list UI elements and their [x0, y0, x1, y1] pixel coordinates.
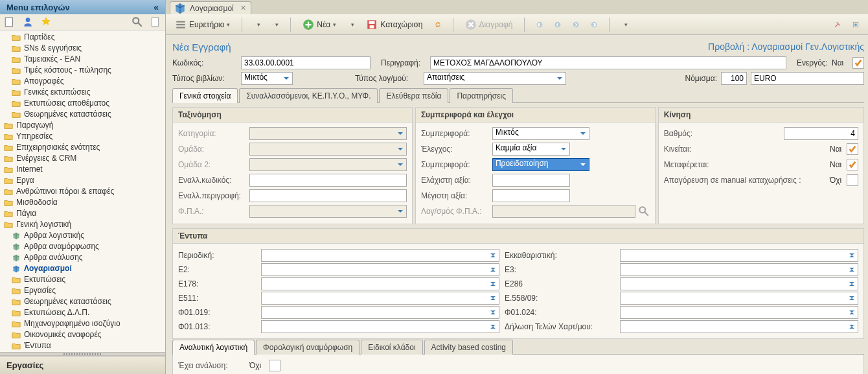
level-input[interactable]: [784, 127, 858, 140]
booktype-select[interactable]: Μικτός: [241, 72, 293, 85]
active-checkbox[interactable]: [852, 57, 864, 69]
tree-item[interactable]: Εκτυπώσεις Δ.Λ.Π.: [0, 307, 165, 318]
altdesc-input[interactable]: [249, 189, 407, 202]
form-field-select[interactable]: [620, 277, 858, 290]
category-select[interactable]: [249, 127, 407, 140]
acctype-select[interactable]: Απαιτήσεις: [424, 72, 566, 85]
updown-icon[interactable]: [847, 250, 857, 261]
updown-icon[interactable]: [847, 264, 857, 275]
altcode-input[interactable]: [249, 174, 407, 187]
main-tab-accounts[interactable]: Λογαριασμοί ✕: [170, 1, 251, 14]
new-page-icon[interactable]: [4, 16, 16, 28]
star-button[interactable]: ▾: [251, 19, 263, 30]
browse-button[interactable]: Ευρετήριο▾: [172, 17, 233, 32]
form-field-select[interactable]: [261, 320, 499, 333]
search-icon[interactable]: [638, 205, 650, 217]
transfer-checkbox[interactable]: [847, 159, 858, 170]
behavior-select[interactable]: Μικτός: [492, 127, 589, 140]
code-input[interactable]: [241, 56, 371, 69]
has-analysis-checkbox[interactable]: [269, 360, 280, 371]
form-field-select[interactable]: [620, 249, 858, 262]
new-button[interactable]: Νέα▾: [300, 17, 339, 32]
min-input[interactable]: [492, 174, 570, 187]
tree-item[interactable]: Πάγια: [0, 208, 165, 219]
tree-item[interactable]: Γενικές εκτυπώσεις: [0, 87, 165, 98]
desc-input[interactable]: [430, 56, 786, 69]
updown-icon[interactable]: [488, 279, 498, 289]
copy-button[interactable]: ▾: [345, 19, 357, 30]
tree-item[interactable]: Υπηρεσίες: [0, 131, 165, 142]
moves-checkbox[interactable]: [847, 143, 858, 155]
tree-item[interactable]: Έντυπα: [0, 340, 165, 351]
tree-item[interactable]: Ενέργειες & CRM: [0, 153, 165, 164]
group2-select[interactable]: [249, 158, 407, 171]
sub-tab[interactable]: Activity based costing: [424, 340, 513, 355]
prev-button[interactable]: [552, 19, 564, 30]
tree-item[interactable]: Επιχειρησιακές ενότητες: [0, 142, 165, 153]
tree-item[interactable]: Αρθρα αναμόρφωσης: [0, 241, 165, 252]
updown-icon[interactable]: [488, 264, 498, 275]
tree-item[interactable]: Παραγωγή: [0, 120, 165, 131]
tree-item[interactable]: Εργα: [0, 175, 165, 186]
zoom-button[interactable]: ▾: [269, 19, 281, 30]
tree-item[interactable]: Λογαριασμοί: [0, 263, 165, 274]
currency-name-input[interactable]: [751, 72, 864, 85]
inner-tab[interactable]: Συναλλασσόμενοι, ΚΕ.Π.Υ.Ο., ΜΥΦ.: [239, 88, 378, 103]
tree-item[interactable]: Internet: [0, 164, 165, 175]
collapse-icon[interactable]: «: [154, 2, 159, 12]
form-field-select[interactable]: [261, 263, 499, 276]
delete-button[interactable]: Διαγραφή: [463, 17, 516, 32]
tree-item[interactable]: Οικονομικές αναφορές: [0, 329, 165, 340]
updown-icon[interactable]: [488, 307, 498, 318]
doc-icon[interactable]: [150, 16, 161, 28]
first-button[interactable]: [534, 19, 545, 30]
vatacc-input[interactable]: [492, 205, 635, 218]
currency-code-input[interactable]: [721, 72, 747, 85]
form-field-select[interactable]: [620, 263, 858, 276]
updown-icon[interactable]: [847, 279, 857, 289]
user-icon[interactable]: [22, 16, 34, 28]
form-field-select[interactable]: [620, 306, 858, 319]
attach-button[interactable]: ▾: [619, 19, 630, 30]
tree-item[interactable]: Ταμειακές - EAN: [0, 54, 165, 65]
tree-item[interactable]: Παρτίδες: [0, 32, 165, 43]
vat-select[interactable]: [249, 205, 407, 218]
updown-icon[interactable]: [488, 250, 498, 261]
form-field-select[interactable]: [620, 292, 858, 305]
tree-item[interactable]: Εκτυπώσεις: [0, 274, 165, 285]
updown-icon[interactable]: [488, 321, 498, 332]
inner-tab[interactable]: Ελεύθερα πεδία: [379, 88, 448, 103]
check-select[interactable]: Καμμία αξία: [492, 143, 570, 156]
updown-icon[interactable]: [847, 321, 857, 332]
updown-icon[interactable]: [847, 293, 857, 303]
search-icon[interactable]: [131, 16, 143, 28]
form-field-select[interactable]: [620, 320, 858, 333]
tree-item[interactable]: Μισθοδοσία: [0, 197, 165, 208]
form-field-select[interactable]: [261, 249, 499, 262]
updown-icon[interactable]: [488, 293, 498, 303]
tree-item[interactable]: Θεωρημένες καταστάσεις: [0, 296, 165, 307]
nav-tree[interactable]: ΠαρτίδεςSNs & εγγυήσειςΤαμειακές - EANΤι…: [0, 30, 165, 352]
settings-button[interactable]: [850, 19, 862, 30]
tree-item[interactable]: SNs & εγγυήσεις: [0, 43, 165, 54]
tools-button[interactable]: [832, 19, 843, 30]
behavior2-select[interactable]: Προειδοποίηση: [492, 158, 589, 171]
tree-item[interactable]: Γενική λογιστική: [0, 219, 165, 230]
tree-item[interactable]: Εκτυπώσεις αποθέματος: [0, 98, 165, 109]
sub-tab[interactable]: Ειδικοί κλάδοι: [361, 340, 422, 355]
save-button[interactable]: Καταχώριση: [363, 17, 425, 32]
manualban-checkbox[interactable]: [847, 174, 858, 186]
next-button[interactable]: [570, 19, 582, 30]
star-icon[interactable]: [40, 16, 52, 28]
updown-icon[interactable]: [847, 307, 857, 318]
sidebar-bottom-panel[interactable]: Εργασίες: [0, 356, 165, 374]
inner-tab[interactable]: Παρατηρήσεις: [450, 88, 513, 103]
sub-tab[interactable]: Αναλυτική λογιστική: [172, 340, 255, 355]
sub-tab[interactable]: Φορολογική αναμόρφωση: [256, 340, 360, 355]
max-input[interactable]: [492, 189, 570, 202]
tree-item[interactable]: Θεωρημένες καταστάσεις: [0, 109, 165, 120]
form-field-select[interactable]: [261, 277, 499, 290]
inner-tab[interactable]: Γενικά στοιχεία: [172, 88, 238, 103]
tree-item[interactable]: Τιμές κόστους - πώλησης: [0, 65, 165, 76]
tree-item[interactable]: Αρθρα ανάλυσης: [0, 252, 165, 263]
